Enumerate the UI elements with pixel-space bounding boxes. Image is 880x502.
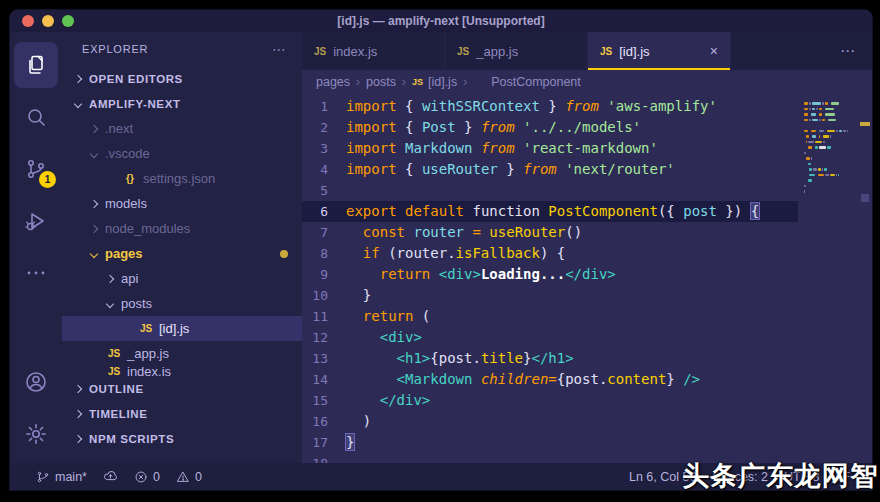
tab-index-js[interactable]: JS index.js	[302, 32, 445, 70]
chevron-spacer	[118, 321, 134, 337]
chevron-right-icon	[70, 431, 86, 447]
code-line-8[interactable]: 8 if (router.isFallback) {	[302, 243, 798, 264]
chevron-spacer	[102, 171, 118, 187]
code-line-18[interactable]: 18	[302, 453, 798, 463]
search-icon	[24, 105, 48, 129]
minimap-line	[804, 163, 856, 166]
tab--id-js[interactable]: JS [id].js×	[588, 32, 731, 70]
tree-item--app-js[interactable]: JS_app.js	[62, 341, 302, 366]
code-line-4[interactable]: 4import { useRouter } from 'next/router'	[302, 159, 798, 180]
files-icon	[24, 53, 48, 77]
activity-run-debug[interactable]	[14, 198, 58, 244]
activity-settings[interactable]	[14, 411, 58, 457]
code-line-17[interactable]: 17}	[302, 432, 798, 453]
breadcrumb-posts[interactable]: posts	[366, 75, 396, 89]
close-tab-icon[interactable]: ×	[710, 43, 718, 59]
code-line-15[interactable]: 15 </div>	[302, 390, 798, 411]
branch-icon	[36, 470, 50, 484]
status-git-branch[interactable]: main*	[28, 470, 95, 484]
code-line-12[interactable]: 12 <div>	[302, 327, 798, 348]
close-window-button[interactable]	[22, 15, 34, 27]
code-line-6[interactable]: 6export default function PostComponent({…	[302, 201, 798, 222]
status-errors[interactable]: 0	[126, 470, 168, 484]
tree-section-npm-scripts[interactable]: NPM SCRIPTS	[62, 426, 302, 451]
code-line-13[interactable]: 13 <h1>{post.title}</h1>	[302, 348, 798, 369]
chevron-right-icon	[86, 221, 102, 237]
code-text: }	[346, 432, 354, 453]
tree-item-label: api	[121, 271, 138, 286]
tree-section-timeline[interactable]: TIMELINE	[62, 401, 302, 426]
code-line-3[interactable]: 3import Markdown from 'react-markdown'	[302, 138, 798, 159]
breadcrumb-postcomponent[interactable]: PostComponent	[473, 75, 581, 89]
minimap-line	[804, 190, 856, 193]
code-line-7[interactable]: 7 const router = useRouter()	[302, 222, 798, 243]
minimap[interactable]	[804, 102, 856, 201]
chevron-down-icon	[70, 96, 86, 112]
minimize-window-button[interactable]	[42, 15, 54, 27]
tree-item-pages[interactable]: pages	[62, 241, 302, 266]
code-line-5[interactable]: 5	[302, 180, 798, 201]
breadcrumb-pages[interactable]: pages	[316, 75, 350, 89]
tab-bar: JS index.jsJS _app.jsJS [id].js×⋯	[302, 32, 872, 70]
tree-item-settings-json[interactable]: {}settings.json	[62, 166, 302, 191]
activity-more-views[interactable]	[14, 250, 58, 296]
tree-item--next[interactable]: .next	[62, 116, 302, 141]
js-file-icon: JS	[105, 348, 123, 359]
status-cursor-position[interactable]: Ln 6, Col 50	[621, 470, 704, 484]
code-line-16[interactable]: 16 )	[302, 411, 798, 432]
js-file-icon: JS	[457, 46, 469, 57]
status-warnings[interactable]: 0	[168, 470, 210, 484]
tree-item-models[interactable]: models	[62, 191, 302, 216]
code-line-14[interactable]: 14 <Markdown children={post.content} />	[302, 369, 798, 390]
code-text: return <div>Loading...</div>	[346, 264, 616, 285]
minimap-line	[804, 102, 856, 105]
code-line-10[interactable]: 10 }	[302, 285, 798, 306]
code-line-9[interactable]: 9 return <div>Loading...</div>	[302, 264, 798, 285]
tree-item-label: .vscode	[105, 146, 150, 161]
code-line-11[interactable]: 11 return (	[302, 306, 798, 327]
code-line-2[interactable]: 2import { Post } from '../../models'	[302, 117, 798, 138]
code-text: )	[346, 411, 371, 432]
activity-account[interactable]	[14, 359, 58, 405]
code-editor[interactable]: 1import { withSSRContext } from 'aws-amp…	[302, 94, 872, 463]
tree-section-outline[interactable]: OUTLINE	[62, 376, 302, 401]
breadcrumb--id-js[interactable]: JS[id].js	[412, 75, 457, 89]
status-publish[interactable]	[95, 469, 126, 484]
status-label: Ln 6, Col 50	[629, 470, 696, 484]
minimap-line	[804, 196, 856, 199]
chevron-right-icon	[70, 406, 86, 422]
minimap-line	[804, 119, 856, 122]
line-number: 15	[302, 390, 346, 411]
tree-item-posts[interactable]: posts	[62, 291, 302, 316]
breadcrumb-label: pages	[316, 75, 350, 89]
activity-explorer[interactable]	[14, 42, 58, 88]
tree-item-label: OUTLINE	[89, 383, 144, 395]
breadcrumb: pages›posts›JS[id].js›PostComponent	[302, 70, 872, 94]
breadcrumb-label: posts	[366, 75, 396, 89]
explorer-more-actions-icon[interactable]: ⋯	[272, 41, 288, 57]
tree-item-node-modules[interactable]: node_modules	[62, 216, 302, 241]
status-eol[interactable]: LF	[827, 470, 858, 484]
activity-source-control[interactable]: 1	[14, 146, 58, 192]
tab--app-js[interactable]: JS _app.js	[445, 32, 588, 70]
account-icon	[24, 370, 48, 394]
tree-section-amplify-next[interactable]: AMPLIFY-NEXT	[62, 91, 302, 116]
line-number: 13	[302, 348, 346, 369]
tree-item-api[interactable]: api	[62, 266, 302, 291]
breadcrumb-separator: ›	[356, 75, 360, 89]
line-number: 8	[302, 243, 346, 264]
zoom-window-button[interactable]	[62, 15, 74, 27]
status-indentation[interactable]: Spaces: 2	[704, 470, 776, 484]
code-text: import { withSSRContext } from 'aws-ampl…	[346, 96, 717, 117]
status-encoding[interactable]: UTF-8	[776, 470, 827, 484]
code-line-1[interactable]: 1import { withSSRContext } from 'aws-amp…	[302, 96, 798, 117]
activity-search[interactable]	[14, 94, 58, 140]
tree-item--vscode[interactable]: .vscode	[62, 141, 302, 166]
tree-item-index-js[interactable]: JSindex.js	[62, 366, 302, 376]
tree-item--id-js[interactable]: JS[id].js	[62, 316, 302, 341]
code-text: const router = useRouter()	[346, 222, 582, 243]
split-editor-button[interactable]	[802, 41, 822, 61]
open-changes-button[interactable]	[764, 41, 784, 61]
more-actions-button[interactable]: ⋯	[840, 42, 856, 60]
tree-section-open-editors[interactable]: OPEN EDITORS	[62, 66, 302, 91]
